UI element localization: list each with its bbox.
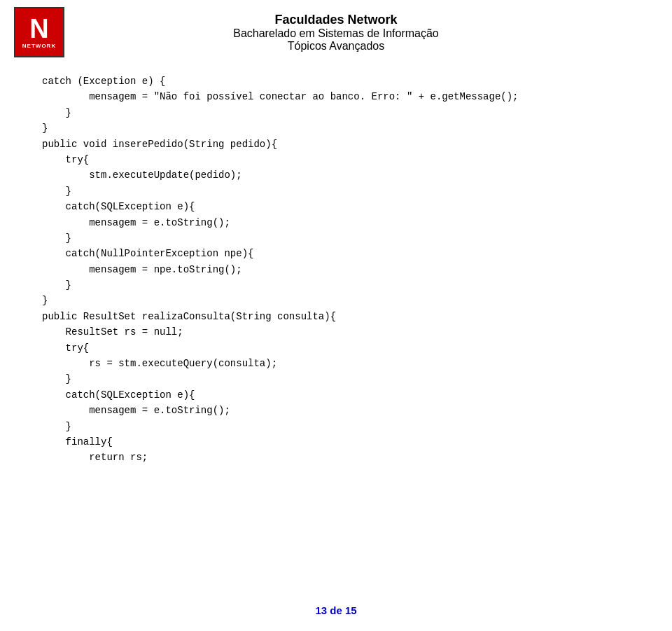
main-content: catch (Exception e) { mensagem = "Não fo… (0, 60, 672, 480)
degree-name: Bacharelado em Sistemas de Informação (233, 27, 438, 40)
logo-subtext: NETWORK (22, 43, 56, 49)
course-name: Tópicos Avançados (233, 40, 438, 53)
institution-logo: N NETWORK (14, 7, 64, 57)
header-titles: Faculdades Network Bacharelado em Sistem… (233, 13, 438, 53)
page-footer: 13 de 15 (0, 604, 672, 617)
page-header: N NETWORK Faculdades Network Bacharelado… (0, 0, 672, 60)
logo-box: N NETWORK (14, 7, 64, 57)
code-display: catch (Exception e) { mensagem = "Não fo… (42, 74, 630, 466)
page-number: 13 de 15 (315, 604, 356, 616)
institution-name: Faculdades Network (233, 13, 438, 27)
logo-letter: N (29, 15, 48, 42)
